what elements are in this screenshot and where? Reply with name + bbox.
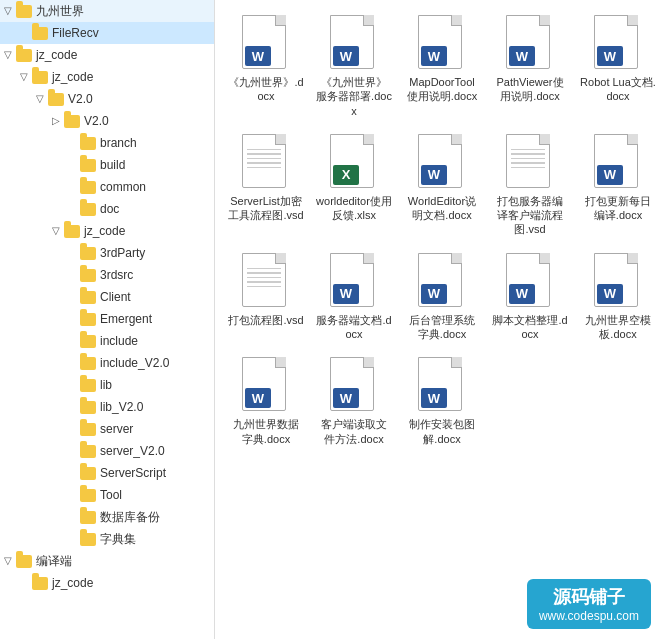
word-badge: W <box>333 46 359 66</box>
tree-item-include_v2[interactable]: include_V2.0 <box>0 352 214 374</box>
vsd-lines <box>247 268 281 291</box>
tree-item-tool[interactable]: Tool <box>0 484 214 506</box>
tree-item-common[interactable]: common <box>0 176 214 198</box>
file-item[interactable]: WMapDoorTool使用说明.docx <box>399 8 485 123</box>
tree-item-branch[interactable]: branch <box>0 132 214 154</box>
file-item[interactable]: W《九州世界》服务器部署.docx <box>311 8 397 123</box>
tree-item-server_v2[interactable]: server_V2.0 <box>0 440 214 462</box>
file-name: 九州世界空模板.docx <box>580 313 656 342</box>
tree-item-emergent[interactable]: Emergent <box>0 308 214 330</box>
folder-icon-filerecv <box>32 24 50 42</box>
file-name: 脚本文档整理.docx <box>492 313 568 342</box>
tree-item-dbbackup[interactable]: 数据库备份 <box>0 506 214 528</box>
file-name: PathViewer使用说明.docx <box>492 75 568 104</box>
file-item[interactable]: W脚本文档整理.docx <box>487 246 573 347</box>
file-item[interactable]: W后台管理系统字典.docx <box>399 246 485 347</box>
tree-toggle-include <box>64 333 80 349</box>
tree-item-v2_outer[interactable]: ▽V2.0 <box>0 88 214 110</box>
tree-item-serverscript[interactable]: ServerScript <box>0 462 214 484</box>
file-icon-word: W <box>242 15 290 71</box>
file-item[interactable]: ServerList加密工具流程图.vsd <box>223 127 309 242</box>
file-name: ServerList加密工具流程图.vsd <box>228 194 304 223</box>
word-badge: W <box>421 284 447 304</box>
folder-icon-doc <box>80 200 98 218</box>
tree-toggle-jz_code3[interactable]: ▽ <box>48 223 64 239</box>
file-item[interactable]: W制作安装包图解.docx <box>399 350 485 451</box>
tree-label-jz_code2: jz_code <box>52 66 93 88</box>
tree-item-3rdsrc[interactable]: 3rdsrc <box>0 264 214 286</box>
tree-label-server_v2: server_V2.0 <box>100 440 165 462</box>
tree-item-client[interactable]: Client <box>0 286 214 308</box>
word-badge: W <box>597 165 623 185</box>
vsd-lines <box>247 149 281 172</box>
tree-item-compile[interactable]: ▽编译端 <box>0 550 214 572</box>
file-item[interactable]: W《九州世界》.docx <box>223 8 309 123</box>
tree-toggle-jz_code2[interactable]: ▽ <box>16 69 32 85</box>
tree-label-emergent: Emergent <box>100 308 152 330</box>
file-item[interactable]: WPathViewer使用说明.docx <box>487 8 573 123</box>
tree-item-build[interactable]: build <box>0 154 214 176</box>
file-item[interactable]: W客户端读取文件方法.docx <box>311 350 397 451</box>
file-item[interactable]: 打包流程图.vsd <box>223 246 309 347</box>
file-item[interactable]: W服务器端文档.docx <box>311 246 397 347</box>
file-name: Robot Lua文档.docx <box>580 75 656 104</box>
file-name: 后台管理系统字典.docx <box>404 313 480 342</box>
folder-icon-emergent <box>80 310 98 328</box>
word-badge: W <box>245 388 271 408</box>
tree-toggle-v2_outer[interactable]: ▽ <box>32 91 48 107</box>
word-badge: W <box>509 284 535 304</box>
tree-label-lib: lib <box>100 374 112 396</box>
tree-item-3rdparty[interactable]: 3rdParty <box>0 242 214 264</box>
tree-item-dict[interactable]: 字典集 <box>0 528 214 550</box>
tree-toggle-doc <box>64 201 80 217</box>
file-name: 服务器端文档.docx <box>316 313 392 342</box>
tree-item-v2_inner[interactable]: ▷V2.0 <box>0 110 214 132</box>
file-icon-word: W <box>506 253 554 309</box>
file-icon-word: W <box>506 15 554 71</box>
tree-item-lib[interactable]: lib <box>0 374 214 396</box>
file-item[interactable]: W打包更新每日编译.docx <box>575 127 661 242</box>
tree-item-server[interactable]: server <box>0 418 214 440</box>
file-icon-word: W <box>418 253 466 309</box>
tree-label-build: build <box>100 154 125 176</box>
file-item[interactable]: Xworldeditor使用反馈.xlsx <box>311 127 397 242</box>
tree-item-jzworld[interactable]: ▽九州世界 <box>0 0 214 22</box>
file-content-panel: W《九州世界》.docxW《九州世界》服务器部署.docxWMapDoorToo… <box>215 0 661 639</box>
tree-item-jz_code3[interactable]: ▽jz_code <box>0 220 214 242</box>
tree-item-doc[interactable]: doc <box>0 198 214 220</box>
folder-icon-branch <box>80 134 98 152</box>
tree-toggle-v2_inner[interactable]: ▷ <box>48 113 64 129</box>
tree-toggle-lib <box>64 377 80 393</box>
tree-item-lib_v2[interactable]: lib_V2.0 <box>0 396 214 418</box>
tree-toggle-build <box>64 157 80 173</box>
file-name: 《九州世界》服务器部署.docx <box>316 75 392 118</box>
tree-item-include[interactable]: include <box>0 330 214 352</box>
file-icon-word: W <box>242 357 290 413</box>
folder-icon-compile <box>16 552 34 570</box>
tree-item-jz_code4[interactable]: jz_code <box>0 572 214 594</box>
tree-label-v2_outer: V2.0 <box>68 88 93 110</box>
file-item[interactable]: 打包服务器编译客户端流程图.vsd <box>487 127 573 242</box>
tree-label-jz_code4: jz_code <box>52 572 93 594</box>
word-badge: W <box>421 388 447 408</box>
folder-icon-jz_code4 <box>32 574 50 592</box>
file-item[interactable]: WWorldEditor说明文档.docx <box>399 127 485 242</box>
tree-item-jz_code2[interactable]: ▽jz_code <box>0 66 214 88</box>
folder-icon-include <box>80 332 98 350</box>
tree-toggle-compile[interactable]: ▽ <box>0 553 16 569</box>
file-tree[interactable]: ▽九州世界 FileRecv▽jz_code▽jz_code▽V2.0▷V2.0… <box>0 0 215 639</box>
tree-item-filerecv[interactable]: FileRecv <box>0 22 214 44</box>
file-item[interactable]: W九州世界数据字典.docx <box>223 350 309 451</box>
tree-item-jz_code1[interactable]: ▽jz_code <box>0 44 214 66</box>
file-icon-vsd <box>506 134 554 190</box>
tree-label-include_v2: include_V2.0 <box>100 352 169 374</box>
tree-toggle-branch <box>64 135 80 151</box>
file-name: 制作安装包图解.docx <box>404 417 480 446</box>
file-icon-word: W <box>418 134 466 190</box>
file-item[interactable]: WRobot Lua文档.docx <box>575 8 661 123</box>
tree-toggle-jz_code1[interactable]: ▽ <box>0 47 16 63</box>
file-item[interactable]: W九州世界空模板.docx <box>575 246 661 347</box>
folder-icon-v2_inner <box>64 112 82 130</box>
tree-toggle-jzworld[interactable]: ▽ <box>0 3 16 19</box>
folder-icon-include_v2 <box>80 354 98 372</box>
